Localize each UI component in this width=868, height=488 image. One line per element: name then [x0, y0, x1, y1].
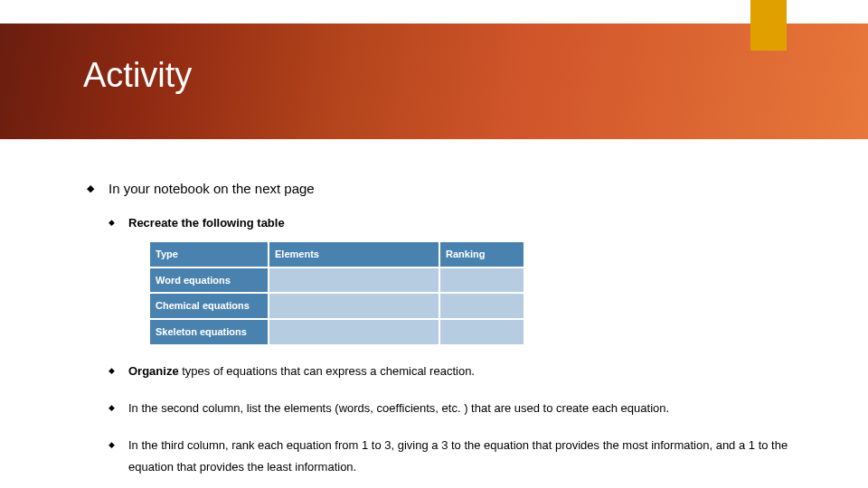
- bullet-third-col: In the third column, rank each equation …: [108, 435, 823, 479]
- bullet-main: In your notebook on the next page Recrea…: [87, 181, 823, 479]
- row-label: Word equations: [150, 268, 268, 293]
- slide-title: Activity: [83, 56, 192, 95]
- second-col-text: In the second column, list the elements …: [128, 401, 669, 415]
- table-header-row: Type Elements Ranking: [150, 242, 524, 267]
- th-elements: Elements: [269, 242, 439, 267]
- row-label: Skeleton equations: [150, 320, 268, 344]
- accent-tab: [750, 0, 787, 51]
- cell: [269, 294, 439, 318]
- cell: [440, 294, 524, 318]
- organize-rest: types of equations that can express a ch…: [179, 364, 475, 378]
- content-area: In your notebook on the next page Recrea…: [87, 181, 823, 488]
- third-col-text: In the third column, rank each equation …: [128, 438, 788, 474]
- organize-bold: Organize: [128, 364, 179, 378]
- equation-table: Type Elements Ranking Word equations Che…: [148, 240, 525, 347]
- bullet-recreate: Recreate the following table Type Elemen…: [108, 212, 823, 346]
- cell: [269, 320, 439, 344]
- bullet-main-text: In your notebook on the next page: [108, 181, 315, 196]
- th-type: Type: [150, 242, 268, 267]
- cell: [440, 268, 524, 293]
- th-ranking: Ranking: [440, 242, 524, 267]
- row-label: Chemical equations: [150, 294, 268, 318]
- bullet-organize: Organize types of equations that can exp…: [108, 361, 823, 383]
- bullet-recreate-text: Recreate the following table: [128, 216, 285, 230]
- cell: [440, 320, 524, 344]
- bullet-second-col: In the second column, list the elements …: [108, 398, 823, 420]
- table-row: Chemical equations: [150, 294, 524, 318]
- table-row: Word equations: [150, 268, 524, 293]
- cell: [269, 268, 439, 293]
- table-row: Skeleton equations: [150, 320, 524, 344]
